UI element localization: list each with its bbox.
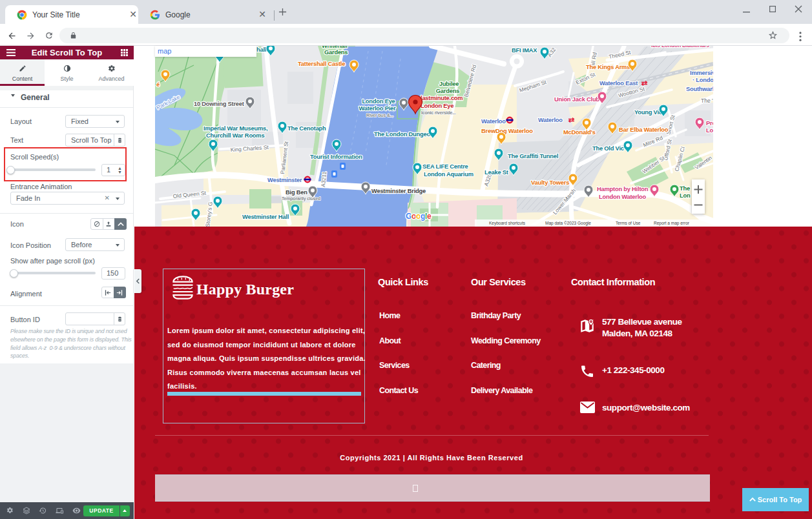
svg-text:Union Jack Club: Union Jack Club [554,96,599,103]
svg-text:Westminster Bridge: Westminster Bridge [371,188,426,194]
svg-text:Vaulty Towers: Vaulty Towers [531,179,569,186]
svg-text:The: The [680,185,690,192]
svg-text:Lon: Lon [680,192,691,199]
svg-text:Lon: Lon [706,127,713,134]
svg-text:Waterloo: Waterloo [481,118,506,125]
svg-text:lastminute.com: lastminute.com [421,95,463,101]
svg-text:The Kings Arms: The Kings Arms [586,64,630,70]
svg-text:McDonald's: McDonald's [563,129,596,136]
svg-text:e: e [427,212,432,221]
svg-text:é: é [156,81,160,88]
svg-text:Leake St: Leake St [484,169,508,176]
svg-text:Tourist Information: Tourist Information [310,154,362,160]
svg-text:Southwark: Southwark [686,86,713,92]
svg-text:River bus &...: River bus &... [366,113,393,117]
svg-text:Young Vic: Young Vic [634,109,662,116]
svg-text:Bar Elba Waterloo: Bar Elba Waterloo [619,127,669,133]
svg-text:Iconic riverside...: Iconic riverside... [421,110,456,115]
svg-text:Jubilee: Jubilee [439,81,459,87]
svg-text:Imperial War Museums,: Imperial War Museums, [203,125,267,132]
svg-text:The Cenotaph: The Cenotaph [287,125,326,132]
svg-text:Big Ben: Big Ben [286,189,307,196]
svg-text:BrewDog Waterloo: BrewDog Waterloo [481,128,533,134]
svg-text:The Old Vic: The Old Vic [592,145,624,152]
svg-text:Terms of Use: Terms of Use [616,221,641,225]
svg-text:hall: hall [256,46,266,53]
svg-text:ibis London Blackfriars: ibis London Blackfriars [651,46,709,48]
svg-text:Hampton by Hilton: Hampton by Hilton [597,186,649,192]
svg-text:BFI IMAX: BFI IMAX [512,47,537,54]
svg-text:London Eye: London Eye [421,103,453,109]
svg-text:10 Downing Street: 10 Downing Street [194,101,244,107]
svg-text:Gardens: Gardens [324,49,348,56]
svg-text:Westminster Hall: Westminster Hall [242,214,289,220]
svg-text:· London: · London [692,77,713,83]
svg-text:London Aquarium: London Aquarium [424,171,474,178]
svg-text:The London Dungeon: The London Dungeon [374,131,434,137]
svg-text:Keyboard shortcuts: Keyboard shortcuts [489,221,526,226]
svg-text:A3211: A3211 [320,171,328,187]
svg-text:Gardens: Gardens [436,88,459,94]
svg-text:G: G [406,212,411,221]
svg-text:Westminster: Westminster [267,177,302,183]
svg-text:Waterloo Pier: Waterloo Pier [359,105,397,112]
svg-text:The Graffiti Tunnel: The Graffiti Tunnel [508,153,558,159]
svg-text:The ': The ' [701,97,713,104]
svg-text:Immersiv: Immersiv [690,70,713,76]
svg-text:Temporarily closed: Temporarily closed [282,196,320,201]
svg-text:London Waterloo: London Waterloo [599,194,647,200]
svg-text:Map data ©2023 Google: Map data ©2023 Google [545,221,591,226]
svg-text:Report a map error: Report a map error [654,221,690,226]
svg-text:Tattershall Castle: Tattershall Castle [298,61,345,67]
svg-text:Prem: Prem [706,120,713,127]
svg-text:Waterloo: Waterloo [538,117,563,123]
svg-text:London Eye: London Eye [362,98,395,105]
svg-text:Churchill War Rooms: Churchill War Rooms [206,132,264,139]
svg-text:Waterloo East: Waterloo East [599,80,638,86]
svg-text:SEA LIFE Centre: SEA LIFE Centre [422,163,468,170]
